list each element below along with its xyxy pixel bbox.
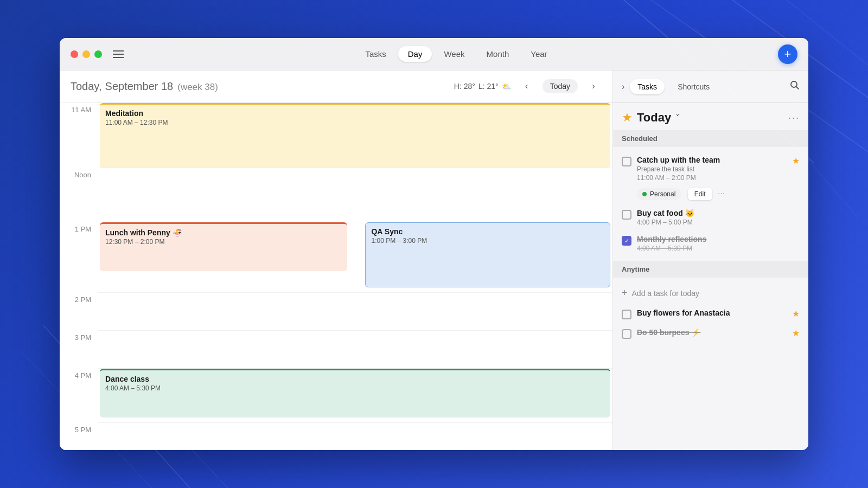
time-content-2pm: [98, 292, 612, 330]
task-more-button[interactable]: ···: [718, 189, 725, 198]
time-content-5pm: [98, 422, 612, 450]
weather-info: H: 28° L: 21° ⛅: [454, 82, 511, 91]
task-catch-up[interactable]: Catch up with the team Prepare the task …: [613, 151, 808, 186]
task-monthly-reflections-body: Monthly reflections 4:00 AM – 5:30 PM: [637, 235, 800, 252]
menu-icon[interactable]: [113, 46, 129, 62]
tab-tasks[interactable]: Tasks: [355, 46, 395, 62]
section-anytime-header: Anytime: [613, 261, 808, 278]
event-dance[interactable]: Dance class 4:00 AM – 5:30 PM: [100, 369, 610, 418]
traffic-lights: [71, 50, 102, 58]
tab-year[interactable]: Year: [521, 46, 557, 62]
task-buy-cat-food-title: Buy cat food 🐱: [637, 209, 800, 217]
date-main: September 18: [105, 80, 174, 92]
today-button[interactable]: Today: [542, 79, 578, 93]
today-more-menu[interactable]: ···: [788, 112, 800, 124]
weather-low: L: 21°: [478, 82, 499, 91]
task-buy-flowers-title: Buy flowers for Anastacia: [637, 309, 787, 317]
time-label-2pm: 2 PM: [60, 292, 98, 330]
next-day-button[interactable]: ›: [585, 78, 602, 94]
today-panel-title: Today: [637, 111, 671, 125]
week-badge: (week 38): [177, 82, 218, 93]
right-tab-shortcuts[interactable]: Shortcuts: [670, 79, 717, 94]
weather-nav: H: 28° L: 21° ⛅ ‹ Today ›: [454, 78, 602, 94]
add-task-row[interactable]: + Add a task for today: [613, 282, 808, 304]
task-catch-up-checkbox[interactable]: [622, 157, 631, 166]
time-content-11am: Meditation 11:00 AM – 12:30 PM: [98, 102, 612, 168]
task-burpees-checkbox[interactable]: [622, 329, 631, 339]
task-monthly-reflections-time: 4:00 AM – 5:30 PM: [637, 245, 800, 252]
event-lunch[interactable]: Lunch with Penny 🍜 12:30 PM – 2:00 PM: [100, 222, 347, 271]
task-buy-cat-food-time: 4:00 PM – 5:00 PM: [637, 219, 800, 226]
weather-icon: ⛅: [502, 82, 511, 91]
search-icon[interactable]: [790, 80, 800, 93]
task-catch-up-subtitle: Prepare the task list: [637, 165, 787, 173]
task-monthly-reflections[interactable]: ✓ Monthly reflections 4:00 AM – 5:30 PM: [613, 230, 808, 256]
time-label-1pm: 1 PM: [60, 222, 98, 292]
close-button[interactable]: [71, 50, 78, 58]
time-slot-2pm: 2 PM: [60, 292, 612, 330]
maximize-button[interactable]: [94, 50, 102, 58]
today-dropdown-icon[interactable]: ˅: [675, 113, 680, 123]
task-catch-up-tag: Personal: [637, 188, 681, 200]
task-list-scheduled: Catch up with the team Prepare the task …: [613, 147, 808, 261]
date-title: Today, September 18: [71, 79, 173, 93]
task-catch-up-title: Catch up with the team: [637, 156, 787, 164]
time-content-3pm: [98, 330, 612, 368]
titlebar: Tasks Day Week Month Year +: [60, 38, 808, 70]
today-star-icon: ★: [622, 111, 633, 125]
event-qa[interactable]: QA Sync 1:00 PM – 3:00 PM: [365, 222, 610, 287]
tab-day[interactable]: Day: [398, 46, 432, 62]
time-grid: 11 AM Meditation 11:00 AM – 12:30 PM Noo…: [60, 102, 612, 450]
weather-high: H: 28°: [454, 82, 475, 91]
task-buy-cat-food-checkbox[interactable]: [622, 210, 631, 220]
time-slot-noon: Noon: [60, 168, 612, 222]
time-slot-4pm: 4 PM Dance class 4:00 AM – 5:30 PM: [60, 368, 612, 422]
task-catch-up-star[interactable]: ★: [792, 156, 800, 166]
time-slot-1pm: 1 PM Lunch with Penny 🍜 12:30 PM – 2:00 …: [60, 222, 612, 292]
event-dance-time: 4:00 AM – 5:30 PM: [105, 384, 605, 392]
time-label-11am: 11 AM: [60, 102, 98, 168]
event-dance-title: Dance class: [105, 375, 605, 383]
tab-week[interactable]: Week: [434, 46, 474, 62]
svg-line-9: [796, 87, 799, 89]
time-content-4pm: Dance class 4:00 AM – 5:30 PM: [98, 368, 612, 422]
tab-month[interactable]: Month: [477, 46, 519, 62]
task-buy-cat-food[interactable]: Buy cat food 🐱 4:00 PM – 5:00 PM: [613, 204, 808, 230]
task-burpees-title: Do 50 burpees ⚡: [637, 328, 787, 337]
event-meditation-title: Meditation: [105, 109, 605, 118]
today-panel-header: ★ Today ˅ ···: [613, 103, 808, 130]
date-day-label: Today,: [71, 80, 101, 92]
time-slot-3pm: 3 PM: [60, 330, 612, 368]
time-label-3pm: 3 PM: [60, 330, 98, 368]
right-panel: › Tasks Shortcuts ★ Today ˅ ··· Schedule…: [613, 70, 808, 450]
minimize-button[interactable]: [82, 50, 90, 58]
task-monthly-reflections-checkbox[interactable]: ✓: [622, 236, 631, 246]
tag-dot-icon: [642, 192, 647, 196]
event-meditation[interactable]: Meditation 11:00 AM – 12:30 PM: [100, 103, 610, 168]
time-content-noon: [98, 168, 612, 222]
right-panel-back-arrow[interactable]: ›: [622, 82, 624, 92]
task-edit-button[interactable]: Edit: [688, 188, 712, 200]
app-window: Tasks Day Week Month Year + Today, Septe…: [60, 38, 808, 450]
add-event-button[interactable]: +: [778, 44, 797, 64]
time-label-noon: Noon: [60, 168, 98, 222]
task-burpees-star[interactable]: ★: [792, 328, 800, 338]
main-content: Today, September 18 (week 38) H: 28° L: …: [60, 70, 808, 450]
calendar-header: Today, September 18 (week 38) H: 28° L: …: [60, 70, 612, 102]
event-lunch-title: Lunch with Penny 🍜: [105, 228, 342, 237]
task-catch-up-expanded: Personal Edit ···: [613, 186, 808, 204]
right-tab-tasks[interactable]: Tasks: [630, 79, 665, 94]
right-panel-header: › Tasks Shortcuts: [613, 70, 808, 103]
task-catch-up-time: 11:00 AM – 2:00 PM: [637, 174, 787, 182]
task-burpees-body: Do 50 burpees ⚡: [637, 328, 787, 337]
time-label-5pm: 5 PM: [60, 422, 98, 450]
time-label-4pm: 4 PM: [60, 368, 98, 422]
task-burpees[interactable]: Do 50 burpees ⚡ ★: [613, 324, 808, 343]
task-buy-flowers[interactable]: Buy flowers for Anastacia ★: [613, 304, 808, 324]
event-lunch-time: 12:30 PM – 2:00 PM: [105, 238, 342, 246]
task-buy-flowers-checkbox[interactable]: [622, 310, 631, 319]
task-list-anytime: + Add a task for today Buy flowers for A…: [613, 278, 808, 348]
section-scheduled-header: Scheduled: [613, 130, 808, 147]
prev-day-button[interactable]: ‹: [519, 78, 535, 94]
task-buy-flowers-star[interactable]: ★: [792, 309, 800, 319]
